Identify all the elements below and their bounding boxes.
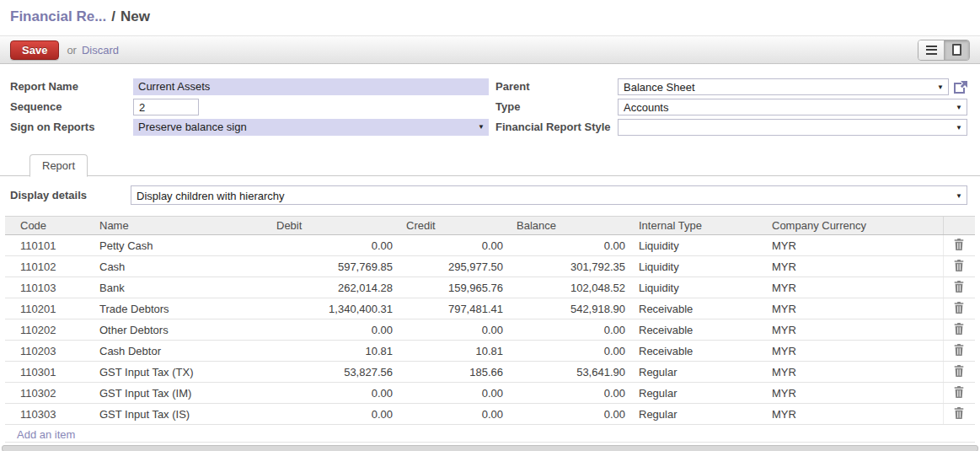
cell-balance[interactable]: 0.00 [510,383,632,404]
cell-internal_type[interactable]: Receivable [632,341,765,362]
cell-internal_type[interactable]: Regular [632,362,765,383]
save-button[interactable]: Save [10,40,59,60]
cell-credit[interactable]: 295,977.50 [399,256,510,277]
cell-balance[interactable]: 542,918.90 [510,298,632,319]
cell-name[interactable]: Other Debtors [93,319,270,341]
delete-row-icon[interactable] [954,281,964,293]
cell-currency[interactable]: MYR [765,383,943,404]
cell-code[interactable]: 110201 [5,298,93,319]
delete-row-icon[interactable] [954,323,964,335]
col-header-credit[interactable]: Credit [399,217,510,235]
type-select[interactable]: Accounts ▼ [618,99,967,115]
cell-currency[interactable]: MYR [765,404,943,425]
cell-balance[interactable]: 301,792.35 [510,256,632,277]
cell-code[interactable]: 110303 [5,404,93,425]
cell-currency[interactable]: MYR [765,319,943,341]
cell-credit[interactable]: 159,965.76 [399,277,510,298]
breadcrumb-parent-link[interactable]: Financial Re... [10,8,106,24]
delete-row-icon[interactable] [954,407,964,419]
tab-report[interactable]: Report [29,154,88,177]
col-header-balance[interactable]: Balance [510,217,632,235]
table-row[interactable]: 110103Bank262,014.28159,965.76102,048.52… [5,277,975,298]
cell-debit[interactable]: 597,769.85 [270,256,399,277]
cell-debit[interactable]: 0.00 [270,404,399,425]
cell-name[interactable]: Trade Debtors [93,298,270,319]
cell-internal_type[interactable]: Receivable [632,319,765,341]
cell-balance[interactable]: 102,048.52 [510,277,632,298]
cell-balance[interactable]: 0.00 [510,404,632,425]
cell-code[interactable]: 110302 [5,383,93,404]
form-view-button[interactable] [944,40,969,60]
cell-debit[interactable]: 0.00 [270,383,399,404]
sign-on-reports-select[interactable]: Preserve balance sign ▼ [133,119,489,136]
cell-currency[interactable]: MYR [765,298,943,319]
cell-code[interactable]: 110102 [5,256,93,277]
col-header-company-currency[interactable]: Company Currency [765,217,943,235]
cell-credit[interactable]: 797,481.41 [399,298,510,319]
cell-credit[interactable]: 0.00 [399,319,510,341]
cell-credit[interactable]: 0.00 [399,404,510,425]
horizontal-scrollbar[interactable] [2,445,978,451]
cell-currency[interactable]: MYR [765,235,943,256]
cell-credit[interactable]: 10.81 [399,341,510,362]
cell-internal_type[interactable]: Regular [632,404,765,425]
delete-row-icon[interactable] [954,302,964,314]
cell-balance[interactable]: 0.00 [510,319,632,341]
cell-debit[interactable]: 262,014.28 [270,277,399,298]
cell-name[interactable]: Bank [93,277,270,298]
table-row[interactable]: 110101Petty Cash0.000.000.00LiquidityMYR [5,235,975,256]
parent-select[interactable]: Balance Sheet ▼ [618,78,949,95]
cell-debit[interactable]: 0.00 [270,235,399,256]
cell-currency[interactable]: MYR [765,277,943,298]
cell-currency[interactable]: MYR [765,341,943,362]
cell-name[interactable]: GST Input Tax (IS) [93,404,270,425]
discard-link[interactable]: Discard [82,44,119,56]
delete-row-icon[interactable] [954,386,964,398]
display-details-select[interactable]: Display children with hierarchy ▼ [131,185,967,205]
cell-credit[interactable]: 0.00 [399,235,510,256]
cell-code[interactable]: 110203 [5,341,93,362]
delete-row-icon[interactable] [954,260,964,271]
table-row[interactable]: 110203Cash Debtor10.8110.810.00Receivabl… [5,341,975,362]
cell-balance[interactable]: 0.00 [510,235,632,256]
cell-balance[interactable]: 0.00 [510,341,632,362]
cell-balance[interactable]: 53,641.90 [510,362,632,383]
sequence-input[interactable]: 2 [133,99,199,115]
cell-code[interactable]: 110301 [5,362,93,383]
table-row[interactable]: 110201Trade Debtors1,340,400.31797,481.4… [5,298,975,319]
col-header-internal-type[interactable]: Internal Type [632,217,765,235]
cell-internal_type[interactable]: Receivable [632,298,765,319]
col-header-debit[interactable]: Debit [270,217,399,235]
table-row[interactable]: 110102Cash597,769.85295,977.50301,792.35… [5,256,975,277]
cell-internal_type[interactable]: Liquidity [632,256,765,277]
report-name-input[interactable]: Current Assets [133,78,489,95]
cell-currency[interactable]: MYR [765,256,943,277]
col-header-code[interactable]: Code [5,217,93,235]
cell-code[interactable]: 110103 [5,277,93,298]
cell-code[interactable]: 110101 [5,235,93,256]
cell-name[interactable]: Cash Debtor [93,341,270,362]
list-view-button[interactable] [918,40,944,60]
cell-name[interactable]: GST Input Tax (TX) [93,362,270,383]
delete-row-icon[interactable] [954,365,964,377]
financial-report-style-select[interactable]: ▼ [618,119,967,136]
delete-row-icon[interactable] [954,239,964,250]
open-record-icon[interactable] [953,81,967,94]
table-row[interactable]: 110303GST Input Tax (IS)0.000.000.00Regu… [5,404,975,425]
cell-credit[interactable]: 185.66 [399,362,510,383]
cell-debit[interactable]: 10.81 [270,341,399,362]
col-header-name[interactable]: Name [93,217,270,235]
cell-debit[interactable]: 1,340,400.31 [270,298,399,319]
cell-name[interactable]: GST Input Tax (IM) [93,383,270,404]
cell-internal_type[interactable]: Liquidity [632,235,765,256]
table-row[interactable]: 110302GST Input Tax (IM)0.000.000.00Regu… [5,383,975,404]
cell-name[interactable]: Petty Cash [93,235,270,256]
table-row[interactable]: 110301GST Input Tax (TX)53,827.56185.665… [5,362,975,383]
cell-name[interactable]: Cash [93,256,270,277]
add-an-item-link[interactable]: Add an item [17,428,75,441]
delete-row-icon[interactable] [954,344,964,356]
cell-internal_type[interactable]: Regular [632,383,765,404]
table-row[interactable]: 110202Other Debtors0.000.000.00Receivabl… [5,319,975,341]
cell-debit[interactable]: 53,827.56 [270,362,399,383]
cell-internal_type[interactable]: Liquidity [632,277,765,298]
